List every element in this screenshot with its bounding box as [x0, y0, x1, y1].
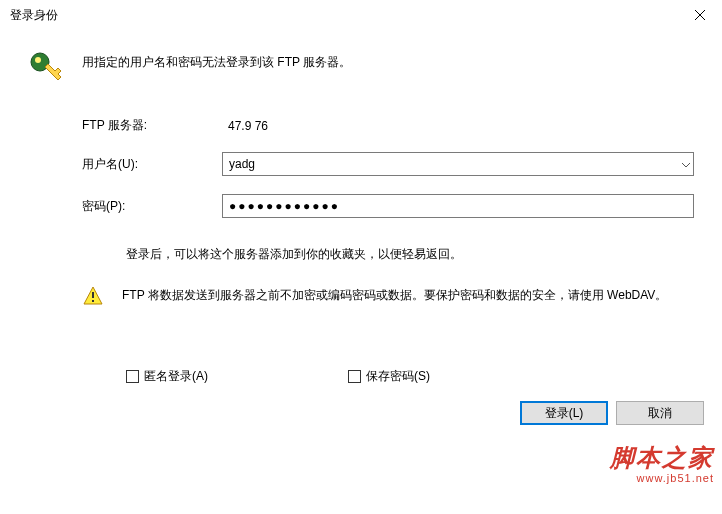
header-message: 用指定的用户名和密码无法登录到该 FTP 服务器。 — [82, 50, 351, 71]
username-label: 用户名(U): — [82, 156, 222, 173]
server-value: 47.9 76 — [222, 119, 268, 133]
save-password-label: 保存密码(S) — [366, 368, 430, 385]
svg-point-1 — [35, 57, 41, 63]
watermark-small: www.jb51.net — [610, 472, 714, 484]
window-title: 登录身份 — [10, 7, 58, 24]
close-button[interactable] — [677, 0, 722, 30]
watermark: 脚本之家 www.jb51.net — [610, 442, 714, 484]
titlebar: 登录身份 — [0, 0, 722, 30]
username-row: 用户名(U): — [28, 152, 694, 176]
key-icon — [28, 50, 64, 89]
server-row: FTP 服务器: 47.9 76 — [28, 117, 694, 134]
watermark-big: 脚本之家 — [610, 442, 714, 474]
login-button[interactable]: 登录(L) — [520, 401, 608, 425]
warning-icon — [82, 285, 104, 310]
warning-row: FTP 将数据发送到服务器之前不加密或编码密码或数据。要保护密码和数据的安全，请… — [28, 285, 694, 310]
server-label: FTP 服务器: — [82, 117, 222, 134]
anonymous-checkbox[interactable]: 匿名登录(A) — [126, 368, 208, 385]
anonymous-label: 匿名登录(A) — [144, 368, 208, 385]
checkbox-row: 匿名登录(A) 保存密码(S) — [28, 368, 694, 385]
username-input[interactable] — [222, 152, 694, 176]
dialog-content: 用指定的用户名和密码无法登录到该 FTP 服务器。 FTP 服务器: 47.9 … — [0, 30, 722, 385]
info-text: 登录后，可以将这个服务器添加到你的收藏夹，以便轻易返回。 — [28, 246, 694, 263]
svg-rect-3 — [92, 300, 94, 302]
button-row: 登录(L) 取消 — [0, 385, 722, 425]
checkbox-box-icon — [348, 370, 361, 383]
password-input[interactable] — [222, 194, 694, 218]
save-password-checkbox[interactable]: 保存密码(S) — [348, 368, 430, 385]
cancel-button[interactable]: 取消 — [616, 401, 704, 425]
close-icon — [695, 10, 705, 20]
password-row: 密码(P): — [28, 194, 694, 218]
svg-rect-2 — [92, 292, 94, 298]
warning-text: FTP 将数据发送到服务器之前不加密或编码密码或数据。要保护密码和数据的安全，请… — [122, 285, 667, 305]
header-row: 用指定的用户名和密码无法登录到该 FTP 服务器。 — [28, 50, 694, 89]
checkbox-box-icon — [126, 370, 139, 383]
password-label: 密码(P): — [82, 198, 222, 215]
